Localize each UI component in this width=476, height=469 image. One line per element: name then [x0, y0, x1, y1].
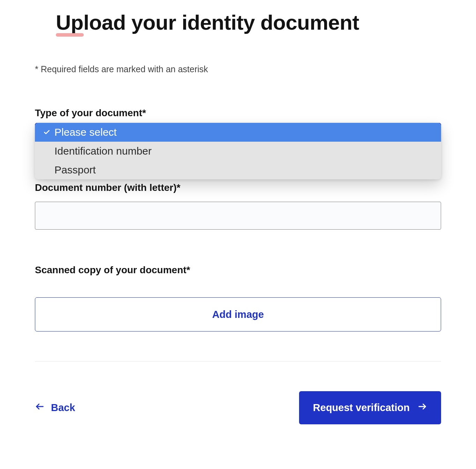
back-button[interactable]: Back [35, 402, 75, 414]
dropdown-option-label: Passport [54, 164, 96, 176]
page-title-text: Upload your identity document [56, 11, 359, 34]
dropdown-option-label: Identification number [54, 145, 152, 157]
page-title: Upload your identity document [56, 10, 359, 35]
arrow-right-icon [417, 402, 427, 414]
section-divider [35, 361, 441, 362]
title-underline-accent [56, 33, 84, 37]
document-type-dropdown: Please select Identification number Pass… [35, 123, 441, 179]
request-verification-button[interactable]: Request verification [299, 391, 441, 424]
dropdown-option-identification-number[interactable]: Identification number [35, 142, 441, 161]
arrow-left-icon [35, 402, 45, 414]
document-type-select[interactable]: Please select Identification number Pass… [35, 123, 441, 151]
document-number-input[interactable] [35, 202, 441, 230]
scanned-copy-label: Scanned copy of your document* [35, 265, 441, 276]
footer: Back Request verification [35, 391, 441, 424]
add-image-button[interactable]: Add image [35, 297, 441, 332]
document-type-label: Type of your document* [35, 107, 441, 119]
back-button-label: Back [51, 402, 75, 414]
dropdown-option-label: Please select [54, 126, 117, 138]
document-number-label: Document number (with letter)* [35, 182, 441, 193]
request-verification-label: Request verification [313, 402, 410, 414]
check-icon [42, 129, 52, 136]
dropdown-option-please-select[interactable]: Please select [35, 123, 441, 142]
required-fields-note: * Required fields are marked with an ast… [35, 64, 441, 74]
dropdown-option-passport[interactable]: Passport [35, 161, 441, 179]
